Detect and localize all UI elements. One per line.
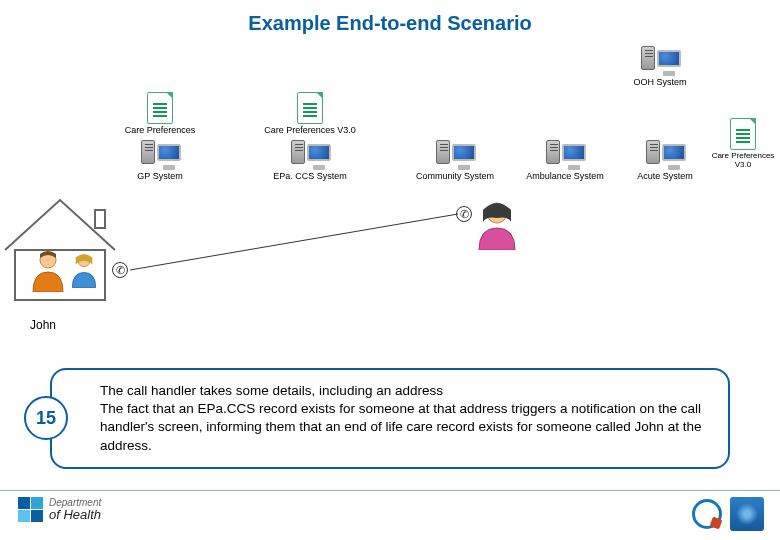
dh-logo: Department of Health	[18, 497, 101, 522]
node-label: EPa. CCS System	[260, 172, 360, 182]
node-label: GP System	[115, 172, 205, 182]
node-label: Care Preferences V3.0	[710, 152, 776, 170]
person-john	[28, 250, 68, 292]
page-title: Example End-to-end Scenario	[0, 0, 780, 43]
person-icon	[475, 200, 519, 250]
person-icon	[69, 252, 99, 288]
node-care-pref-right: Care Preferences V3.0	[710, 118, 776, 170]
footer: Department of Health	[0, 490, 780, 534]
phone-icon: ✆	[456, 206, 472, 222]
node-ambulance: Ambulance System	[510, 140, 620, 182]
square-logo-icon	[730, 497, 764, 531]
node-label: OOH System	[620, 78, 700, 88]
person-call-handler	[472, 200, 522, 250]
node-ooh: OOH System	[620, 46, 700, 88]
node-gp: GP System	[115, 140, 205, 182]
node-label: Acute System	[620, 172, 710, 182]
person-partner	[66, 252, 102, 288]
person-name: John	[30, 318, 56, 332]
partner-logos	[692, 497, 764, 531]
node-care-pref-left: Care Preferences	[110, 92, 210, 136]
server-icon	[434, 140, 476, 170]
server-icon	[289, 140, 331, 170]
node-label: Community System	[400, 172, 510, 182]
callout-box: 15 The call handler takes some details, …	[50, 368, 730, 469]
node-label: Care Preferences	[110, 126, 210, 136]
server-icon	[644, 140, 686, 170]
document-icon	[147, 92, 173, 124]
dh-logo-line2: of Health	[49, 508, 101, 521]
dh-logo-icon	[18, 497, 43, 522]
phone-icon: ✆	[112, 262, 128, 278]
node-community: Community System	[400, 140, 510, 182]
john-label: John	[18, 318, 68, 332]
server-icon	[139, 140, 181, 170]
server-icon	[544, 140, 586, 170]
q-logo-icon	[692, 499, 722, 529]
document-icon	[297, 92, 323, 124]
svg-rect-1	[95, 210, 105, 228]
node-epaccs: EPa. CCS System	[260, 140, 360, 182]
svg-line-5	[130, 214, 458, 270]
callout-text: The call handler takes some details, inc…	[100, 382, 714, 455]
person-icon	[30, 250, 66, 292]
node-label: Care Preferences V3.0	[260, 126, 360, 136]
node-care-pref-mid: Care Preferences V3.0	[260, 92, 360, 136]
node-label: Ambulance System	[510, 172, 620, 182]
server-icon	[639, 46, 681, 76]
step-number-badge: 15	[24, 396, 68, 440]
document-icon	[730, 118, 756, 150]
node-acute: Acute System	[620, 140, 710, 182]
